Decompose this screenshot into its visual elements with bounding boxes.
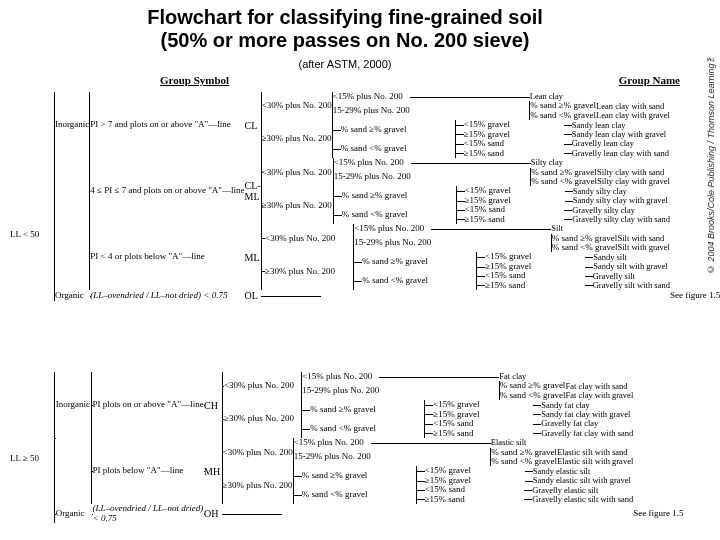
mh-ge30: ≥30% plus No. 200 [223, 466, 293, 504]
gn-ml-4: Sandy silt with gravel [593, 262, 667, 271]
clml-ge30: ≥30% plus No. 200 [262, 186, 333, 224]
cl-lt15: <15% plus No. 200 [333, 92, 410, 101]
gn-cl-6: Gravelly lean clay with sand [572, 149, 669, 158]
clml-lt30: <30% plus No. 200 [262, 158, 333, 186]
org-ratio-ol: (LL–ovendried / LL–not dried) < 0.75 [90, 290, 244, 301]
clml-sge15: ≥15% sand [465, 215, 565, 224]
gn-mh-4: Sandy elastic silt with gravel [533, 476, 631, 485]
symbol-mh: MH [204, 438, 221, 504]
cl-lt30: <30% plus No. 200 [262, 92, 332, 120]
gn-clml-6: Gravelly silty clay with sand [572, 215, 670, 224]
cl-slt-a: % sand <% gravel [530, 111, 596, 120]
gn-ch-6: Gravelly fat clay with sand [541, 429, 633, 438]
ml-sge15: ≥15% sand [485, 281, 585, 290]
ch-ge30: ≥30% plus No. 200 [224, 400, 300, 438]
ml-1529: 15-29% plus No. 200 [354, 234, 431, 253]
mh-sand-lt: % sand <% gravel [302, 485, 406, 504]
mh-sge15: ≥15% sand [425, 495, 525, 504]
root-ge50: LL ≥ 50 [10, 454, 39, 463]
ml-lt15: <15% plus No. 200 [354, 224, 431, 233]
title-line-1: Flowchart for classifying fine-grained s… [147, 6, 543, 28]
label-organic: Organic [55, 290, 89, 301]
pi-ch: PI plots on or above "A"—line [93, 372, 204, 438]
ml-ge30: ≥30% plus No. 200 [265, 252, 349, 290]
branch-ll-lt50: Inorganic PI > 7 and plots on or above "… [54, 92, 720, 301]
pi-mh: PI plots below "A"—line [93, 438, 204, 504]
header-group-symbol: Group Symbol [160, 74, 229, 86]
symbol-ml: ML [245, 224, 261, 290]
pi-clml: 4 ≤ PI ≤ 7 and plots on or above "A"—lin… [90, 158, 244, 224]
ml-sand-lt: % sand <% gravel [362, 271, 466, 290]
cl-sand-lt: % sand <% gravel [341, 139, 445, 158]
clml-slt-a: % sand <% gravel [531, 177, 597, 186]
header-group-name: Group Name [619, 74, 680, 86]
gn-cl-2: Lean clay with gravel [596, 111, 670, 120]
symbol-ch: CH [204, 372, 221, 438]
ml-sand-ge: % sand ≥% gravel [362, 252, 466, 271]
clml-1529: 15-29% plus No. 200 [334, 168, 411, 187]
title-line-2: (50% or more passes on No. 200 sieve) [160, 29, 529, 51]
symbol-clml: CL-ML [245, 158, 261, 224]
gn-mh-6: Gravelly elastic silt with sand [532, 495, 633, 504]
mh-sand-ge: % sand ≥% gravel [302, 466, 406, 485]
ch-1529: 15-29% plus No. 200 [302, 381, 379, 400]
label-inorganic: Inorganic [55, 92, 89, 158]
flowchart: Group Symbol Group Name LL < 50 LL ≥ 50 … [54, 74, 684, 522]
pi-ml: PI < 4 or plots below "A"—line [90, 224, 244, 290]
symbol-oh: OH [204, 504, 221, 523]
gn-mh-2: Elastic silt with gravel [557, 457, 633, 466]
root-lt50: LL < 50 [10, 230, 39, 239]
clml-sand-lt: % sand <% gravel [342, 205, 446, 224]
cl-1529: 15-29% plus No. 200 [333, 101, 410, 120]
symbol-ol: OL [245, 290, 261, 301]
clml-sand-ge: % sand ≥% gravel [342, 186, 446, 205]
mh-lt15: <15% plus No. 200 [294, 438, 371, 447]
ch-lt30: <30% plus No. 200 [224, 372, 300, 400]
gn-clml-2: Silty clay with gravel [597, 177, 670, 186]
mh-1529: 15-29% plus No. 200 [294, 448, 371, 467]
pi-cl: PI > 7 and plots on or above "A"—line [90, 92, 244, 158]
gn-clml-4: Sandy silty clay with gravel [573, 196, 668, 205]
cl-sand-ge: % sand ≥% gravel [341, 120, 445, 139]
ch-sand-ge: % sand ≥% gravel [310, 400, 414, 419]
clml-lt15: <15% plus No. 200 [334, 158, 411, 167]
oh-seefig: See figure 1.5 [633, 504, 683, 523]
branch-ll-ge50: Inorganic PI plots on or above "A"—line … [54, 372, 684, 523]
gn-ml-6: Gravelly silt with sand [593, 281, 670, 290]
subtitle-after: (after ASTM, 2000) [0, 58, 690, 70]
symbol-cl: CL [245, 92, 261, 158]
page-title: Flowchart for classifying fine-grained s… [0, 6, 690, 52]
ch-slt-a: % sand <% gravel [500, 391, 566, 400]
ol-seefig: See figure 1.5 [670, 290, 720, 301]
gn-ch-2: Fat clay with gravel [566, 391, 634, 400]
mh-slt-a: % sand <% gravel [491, 457, 557, 466]
label-organic-2: Organic [56, 504, 91, 523]
ch-sand-lt: % sand <% gravel [310, 419, 414, 438]
label-inorganic-2: Inorganic [56, 372, 91, 438]
ml-lt30: <30% plus No. 200 [265, 224, 349, 252]
ch-lt15: <15% plus No. 200 [302, 372, 379, 381]
org-ratio-oh: (LL–ovendried / LL–not dried) < 0.75 [93, 504, 204, 523]
mh-lt30: <30% plus No. 200 [223, 438, 293, 466]
cl-ge30: ≥30% plus No. 200 [262, 120, 332, 158]
